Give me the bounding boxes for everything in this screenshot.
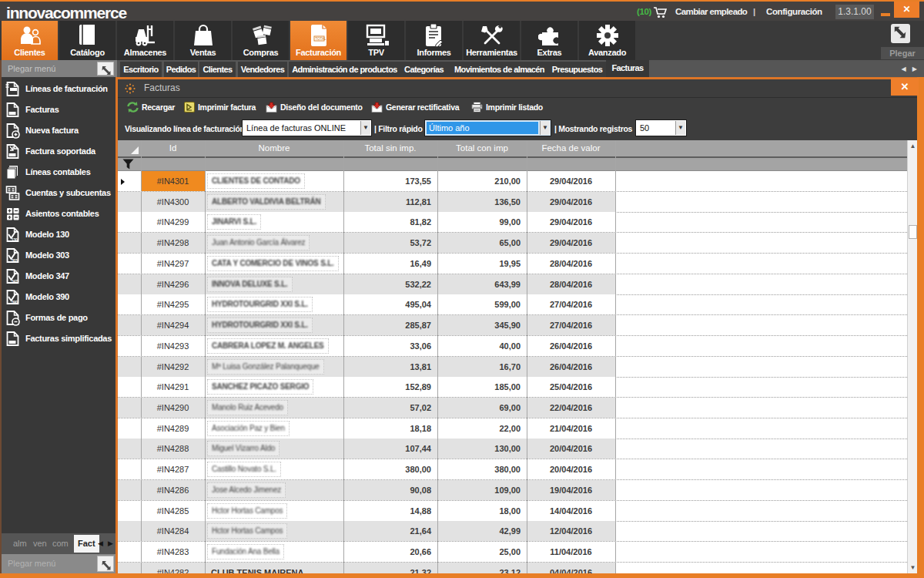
svg-text:TOTAL: TOTAL [315,37,326,41]
svg-text:130: 130 [12,237,18,242]
svg-text:347: 347 [12,279,18,284]
svg-text:390: 390 [12,300,18,304]
svg-text:303: 303 [12,258,18,263]
